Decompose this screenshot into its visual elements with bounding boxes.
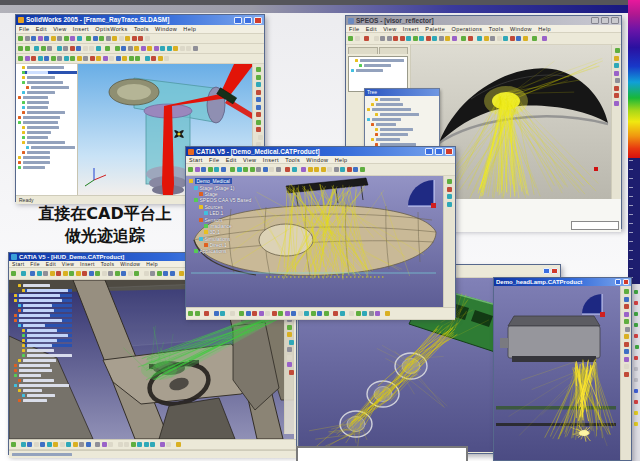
toolbar-icon[interactable] (276, 167, 281, 172)
toolbar-icon[interactable] (186, 46, 191, 51)
toolbar-icon[interactable] (624, 357, 629, 362)
toolbar-icon[interactable] (99, 36, 104, 41)
toolbar-icon[interactable] (333, 311, 338, 316)
toolbar-icon[interactable] (77, 56, 82, 61)
toolbar-icon[interactable] (60, 442, 65, 447)
toolbar-icon[interactable] (334, 167, 339, 172)
toolbar-icon[interactable] (40, 442, 45, 447)
tree-item[interactable] (371, 123, 439, 127)
toolbar-icon[interactable] (347, 167, 352, 172)
toolbar-icon[interactable] (76, 46, 81, 51)
toolbar-icon[interactable] (134, 46, 139, 51)
toolbar-icon[interactable] (265, 311, 270, 316)
toolbar-icon[interactable] (66, 442, 71, 447)
toolbar-icon[interactable] (204, 311, 209, 316)
toolbar-icon[interactable] (634, 334, 638, 338)
toolbar-icon[interactable] (30, 271, 35, 276)
toolbar-icon[interactable] (77, 36, 82, 41)
toolbar-icon[interactable] (426, 36, 431, 41)
toolbar-icon[interactable] (180, 46, 185, 51)
toolbar-icon[interactable] (356, 311, 361, 316)
toolbar-icon[interactable] (43, 271, 48, 276)
toolbar-icon[interactable] (634, 378, 638, 382)
tree-item[interactable] (375, 98, 439, 102)
toolbar-icon[interactable] (447, 202, 452, 207)
toolbar-icon[interactable] (154, 46, 159, 51)
toolbar-icon[interactable] (131, 442, 136, 447)
toolbar-icon[interactable] (118, 442, 123, 447)
toolbar-icon[interactable] (90, 56, 95, 61)
toolbar-icon[interactable] (56, 271, 61, 276)
toolbar-icon[interactable] (304, 311, 309, 316)
tree-item[interactable] (18, 121, 77, 125)
toolbar-icon[interactable] (263, 167, 268, 172)
window-catia-main[interactable]: CATIA V5 - [Demo_Medical.CATProduct] Sta… (185, 146, 456, 318)
toolbar-icon[interactable] (419, 36, 424, 41)
catia-main-menubar[interactable]: Start File Edit View Insert Tools Window… (186, 156, 455, 164)
toolbar-icon[interactable] (634, 389, 638, 393)
toolbar-icon[interactable] (308, 167, 313, 172)
toolbar-icon[interactable] (287, 362, 292, 367)
tree-item[interactable] (371, 103, 439, 107)
toolbar-icon[interactable] (44, 56, 49, 61)
toolbar-icon[interactable] (468, 36, 473, 41)
toolbar-icon[interactable] (193, 46, 198, 51)
toolbar-icon[interactable] (151, 56, 156, 61)
toolbar-icon[interactable] (150, 442, 155, 447)
toolbar-icon[interactable] (634, 290, 638, 294)
toolbar-icon[interactable] (353, 167, 358, 172)
toolbar-icon[interactable] (195, 167, 200, 172)
tree-item[interactable] (18, 156, 77, 160)
tree-item[interactable] (26, 86, 77, 90)
toolbar-icon[interactable] (256, 167, 261, 172)
toolbar-icon[interactable] (291, 311, 296, 316)
toolbar-icon[interactable] (195, 311, 200, 316)
tree-item[interactable] (18, 304, 72, 308)
toolbar-icon[interactable] (634, 367, 638, 371)
toolbar-icon[interactable] (214, 167, 219, 172)
toolbar-icon[interactable] (134, 271, 139, 276)
toolbar-icon[interactable] (324, 311, 329, 316)
toolbar-icon[interactable] (25, 56, 30, 61)
toolbar-icon[interactable] (137, 442, 142, 447)
toolbar-icon[interactable] (634, 400, 638, 404)
solidworks-menubar[interactable]: File Edit View Insert OptisWorks Tools W… (16, 25, 264, 34)
solidworks-feature-tree[interactable] (16, 64, 78, 195)
toolbar-icon[interactable] (83, 56, 88, 61)
palette-titlebar[interactable]: Tree (365, 89, 439, 96)
toolbar-icon[interactable] (278, 311, 283, 316)
close-button[interactable] (551, 268, 558, 274)
tree-item[interactable] (22, 126, 77, 130)
toolbar-icon[interactable] (624, 372, 629, 377)
toolbar-icon[interactable] (129, 56, 134, 61)
toolbar-icon[interactable] (259, 311, 264, 316)
toolbar-icon[interactable] (95, 271, 100, 276)
tree-item[interactable] (359, 64, 407, 68)
catia-main-right-toolbar[interactable] (443, 176, 455, 307)
toolbar-icon[interactable] (82, 271, 87, 276)
toolbar-icon[interactable] (317, 311, 322, 316)
toolbar-icon[interactable] (173, 46, 178, 51)
minimize-button[interactable] (234, 17, 242, 24)
toolbar-icon[interactable] (160, 46, 165, 51)
toolbar-icon[interactable] (86, 36, 91, 41)
toolbar-icon[interactable] (624, 319, 629, 324)
toolbar-icon[interactable] (25, 46, 30, 51)
tree-item[interactable] (355, 59, 407, 63)
tree-item[interactable] (14, 314, 72, 318)
toolbar-icon[interactable] (121, 46, 126, 51)
toolbar-icon[interactable] (37, 271, 42, 276)
toolbar-icon[interactable] (258, 135, 263, 140)
tree-item[interactable] (22, 71, 77, 75)
toolbar-icon[interactable] (179, 271, 184, 276)
toolbar-icon[interactable] (21, 442, 26, 447)
toolbar-icon[interactable] (355, 36, 360, 41)
toolbar-icon[interactable] (125, 36, 130, 41)
toolbar-icon[interactable] (38, 56, 43, 61)
toolbar-icon[interactable] (18, 56, 23, 61)
minimize-button[interactable] (543, 268, 550, 274)
toolbar-icon[interactable] (41, 46, 46, 51)
close-button[interactable] (254, 17, 262, 24)
tree-item[interactable] (367, 118, 439, 122)
tree-item[interactable] (22, 151, 77, 155)
